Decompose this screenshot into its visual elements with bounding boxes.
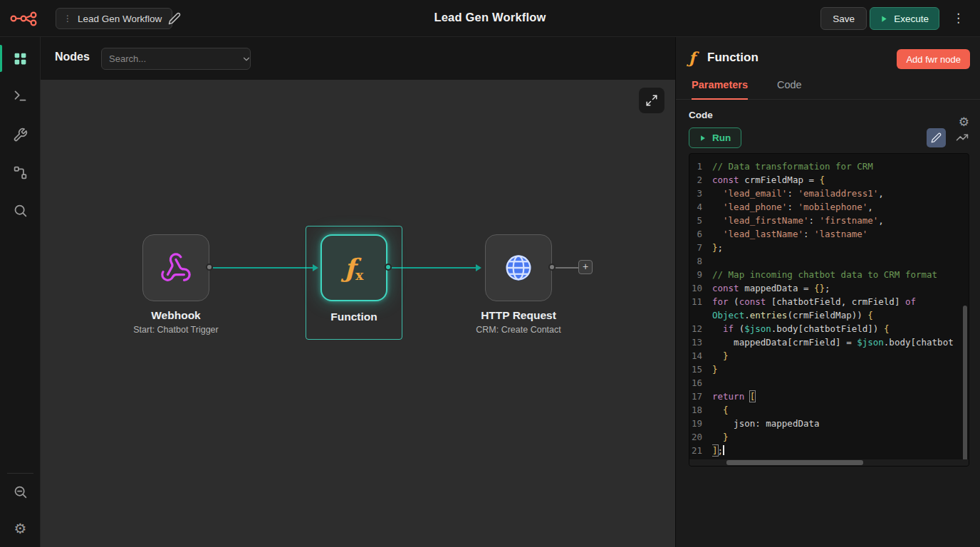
workflow-icon: [13, 165, 28, 180]
sidebar-item-settings[interactable]: ⚙: [0, 513, 41, 544]
connection-function-http[interactable]: [392, 267, 480, 269]
sidebar-item-search[interactable]: [0, 194, 41, 226]
node-http-request[interactable]: [485, 234, 552, 301]
output-port-http[interactable]: [548, 264, 556, 271]
function-icon: ƒ: [689, 48, 695, 67]
terminal-icon: [13, 88, 28, 103]
chart-icon[interactable]: [956, 131, 969, 144]
sidebar-item-terminal[interactable]: [0, 80, 41, 111]
grid-icon: [13, 51, 28, 66]
connection-webhook-function[interactable]: [213, 267, 317, 269]
node-subtitle-webhook: Start: Chatbot Trigger: [105, 325, 247, 335]
horizontal-scrollbar-track: [689, 459, 969, 466]
top-bar: ⋮ Lead Gen Workflow Lead Gen Workflow Sa…: [0, 0, 980, 37]
connection-http-plus: [556, 267, 578, 269]
workflow-canvas[interactable]: Webhook Start: Chatbot Trigger ƒx Functi…: [41, 80, 675, 547]
globe-icon: [504, 253, 533, 283]
pencil-icon: [931, 132, 942, 143]
vertical-scrollbar[interactable]: [963, 306, 967, 464]
output-port-webhook[interactable]: [206, 264, 213, 271]
chevron-down-icon[interactable]: [241, 54, 251, 64]
tab-parameters[interactable]: Parameters: [692, 74, 748, 100]
sidebar-item-zoom-out[interactable]: [0, 476, 41, 507]
edit-code-pencil-button[interactable]: [927, 128, 946, 147]
nodes-toolbar: Nodes: [41, 37, 675, 80]
add-fwr-node-button[interactable]: Add fwr node: [897, 49, 970, 69]
add-next-node-button[interactable]: +: [578, 260, 593, 274]
panel-tabs: Parameters Code ⚙: [676, 74, 980, 100]
sidebar-item-workflows[interactable]: [0, 157, 41, 188]
panel-title: Function: [707, 51, 759, 65]
node-name-webhook: Webhook: [112, 309, 240, 322]
node-name-http: HTTP Request: [454, 309, 583, 322]
execute-button[interactable]: Execute: [870, 7, 939, 30]
tab-code[interactable]: Code: [777, 74, 802, 100]
save-button[interactable]: Save: [820, 7, 867, 30]
node-function[interactable]: ƒx: [320, 234, 387, 301]
play-icon: [699, 134, 707, 142]
function-icon: ƒx: [345, 253, 364, 283]
code-lines: 1// Data transformation for CRM2const cr…: [689, 160, 961, 457]
connection-arrowhead-icon: [476, 264, 481, 271]
node-search-box: [101, 48, 251, 70]
code-editor[interactable]: 1// Data transformation for CRM2const cr…: [689, 153, 969, 467]
more-options-menu-icon[interactable]: ⋮: [952, 10, 964, 27]
workflow-editor-app: ⋮ Lead Gen Workflow Lead Gen Workflow Sa…: [0, 0, 980, 547]
horizontal-scrollbar[interactable]: [726, 460, 863, 465]
sidebar-divider: [7, 473, 33, 474]
wrench-icon: [13, 127, 28, 142]
node-webhook[interactable]: [142, 234, 209, 301]
expand-canvas-button[interactable]: [639, 88, 664, 113]
gear-icon: ⚙: [14, 520, 27, 537]
left-sidebar: ⚙: [0, 37, 41, 547]
sidebar-item-overview[interactable]: [0, 43, 41, 74]
sidebar-item-tools[interactable]: [0, 119, 41, 150]
maximize-icon: [645, 94, 658, 107]
node-search-input[interactable]: [102, 53, 241, 64]
output-port-function[interactable]: [385, 264, 392, 271]
panel-settings-gear-icon[interactable]: ⚙: [959, 115, 969, 129]
node-name-function: Function: [290, 311, 418, 323]
node-subtitle-http: CRM: Create Contact: [447, 325, 590, 335]
play-icon: [880, 14, 888, 24]
zoom-out-icon: [13, 484, 28, 499]
run-button[interactable]: Run: [689, 127, 741, 148]
webhook-icon: [160, 251, 192, 284]
search-icon: [13, 203, 28, 218]
node-detail-panel: ƒ Function Add fwr node Parameters Code …: [675, 37, 980, 547]
code-section-label: Code: [689, 110, 713, 120]
nodes-panel-label: Nodes: [55, 51, 90, 63]
